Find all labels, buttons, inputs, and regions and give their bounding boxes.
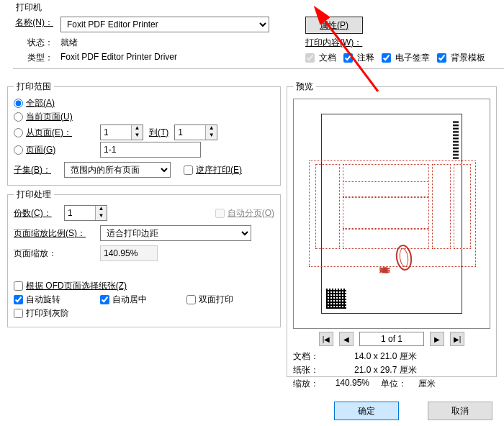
- copies-spinner[interactable]: ▲▼: [64, 205, 107, 221]
- range-all-radio[interactable]: 全部(A): [14, 97, 55, 109]
- content-esign-checkbox[interactable]: [382, 53, 391, 63]
- ok-button[interactable]: 确定: [334, 402, 399, 420]
- preview-legend: 预览: [293, 81, 316, 93]
- info-doc-value: 14.0 x 21.0 厘米: [329, 350, 442, 363]
- copies-label: 份数(C)：: [14, 207, 64, 219]
- printer-status-value: 就绪: [60, 37, 298, 49]
- zoom-label: 页面缩放：: [14, 248, 100, 260]
- print-handling-legend: 打印处理: [14, 189, 54, 201]
- reverse-print-checkbox[interactable]: 逆序打印(E): [184, 164, 242, 176]
- subset-select[interactable]: 范围内的所有页面: [64, 162, 171, 178]
- preview-group: 预览 福建增值税普通发票: [287, 81, 497, 377]
- last-page-button[interactable]: ▶|: [450, 332, 464, 346]
- properties-button[interactable]: 属性(P): [305, 17, 363, 34]
- scale-ratio-select[interactable]: 适合打印边距: [100, 225, 251, 241]
- info-unit-value: 厘米: [418, 378, 436, 390]
- page-indicator: 1 of 1: [359, 332, 424, 346]
- printer-type-value: Foxit PDF Editor Printer Driver: [60, 52, 298, 64]
- printer-type-label: 类型：: [13, 52, 53, 64]
- auto-center-checkbox[interactable]: 自动居中: [100, 294, 186, 306]
- preview-canvas: 福建增值税普通发票: [293, 99, 490, 329]
- next-page-button[interactable]: ▶: [430, 332, 444, 346]
- print-content-label: 打印内容(W)：: [305, 37, 504, 49]
- range-current-radio[interactable]: 当前页面(U): [14, 111, 73, 123]
- auto-rotate-checkbox[interactable]: 自动旋转: [14, 294, 100, 306]
- subset-label: 子集(B)：: [14, 164, 64, 176]
- scale-ratio-label: 页面缩放比例(S)：: [14, 227, 100, 240]
- grayscale-checkbox[interactable]: 打印到灰阶: [14, 307, 69, 320]
- info-paper-value: 21.0 x 29.7 厘米: [329, 364, 442, 376]
- cancel-button[interactable]: 取消: [428, 402, 492, 420]
- printer-status-label: 状态：: [13, 37, 53, 49]
- content-bgtpl-checkbox[interactable]: [437, 53, 446, 63]
- invoice-title: 福建增值税普通发票: [390, 266, 396, 275]
- info-zoom-value: 140.95%: [336, 378, 369, 390]
- range-page-input[interactable]: [100, 142, 201, 158]
- range-from-radio[interactable]: 从页面(E)：: [14, 127, 100, 139]
- collate-checkbox: 自动分页(O): [215, 207, 274, 219]
- barcode-icon: [453, 120, 459, 159]
- ofd-paper-checkbox[interactable]: 根据 OFD页面选择纸张(Z): [14, 280, 127, 292]
- info-zoom-label: 缩放：: [293, 378, 329, 390]
- printer-name-label: 名称(N)：: [13, 17, 53, 34]
- print-handling-group: 打印处理 份数(C)： ▲▼ 自动分页(O) 页面缩放比例(S)： 适合打印边距…: [7, 189, 281, 327]
- printer-name-select[interactable]: Foxit PDF Editor Printer: [60, 17, 269, 32]
- duplex-checkbox[interactable]: 双面打印: [186, 294, 233, 306]
- qr-icon: [326, 289, 346, 309]
- range-from-spinner[interactable]: ▲▼: [100, 124, 143, 140]
- print-range-group: 打印范围 全部(A) 当前页面(U) 从页面(E)： ▲▼ 到(T) ▲▼ 页面…: [7, 81, 281, 186]
- print-range-legend: 打印范围: [14, 81, 54, 93]
- info-unit-label: 单位：: [381, 378, 407, 390]
- range-to-label: 到(T): [149, 127, 168, 139]
- content-annot-checkbox[interactable]: [343, 53, 353, 63]
- content-doc-checkbox: [305, 53, 315, 63]
- printer-group-label: 打印机: [16, 1, 53, 14]
- prev-page-button[interactable]: ◀: [339, 332, 354, 346]
- info-paper-label: 纸张：: [293, 364, 329, 376]
- range-to-spinner[interactable]: ▲▼: [174, 124, 217, 140]
- range-page-radio[interactable]: 页面(G): [14, 144, 100, 156]
- info-doc-label: 文档：: [293, 350, 329, 363]
- zoom-value: [100, 245, 158, 261]
- first-page-button[interactable]: |◀: [319, 332, 333, 346]
